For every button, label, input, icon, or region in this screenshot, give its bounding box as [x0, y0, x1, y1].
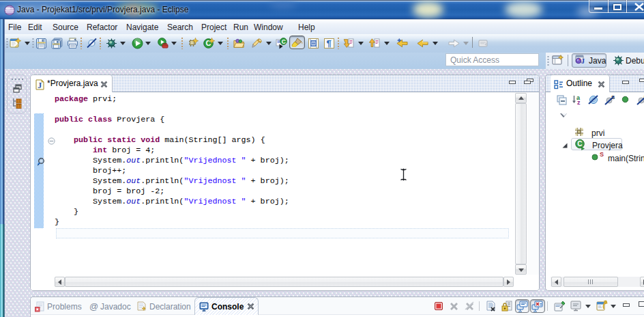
svg-text:¶: ¶	[327, 38, 332, 49]
svg-text:J: J	[38, 81, 42, 90]
svg-text:J: J	[581, 57, 585, 65]
svg-text:C: C	[577, 140, 582, 148]
svg-text:C: C	[282, 38, 286, 45]
svg-text:z: z	[577, 99, 581, 105]
